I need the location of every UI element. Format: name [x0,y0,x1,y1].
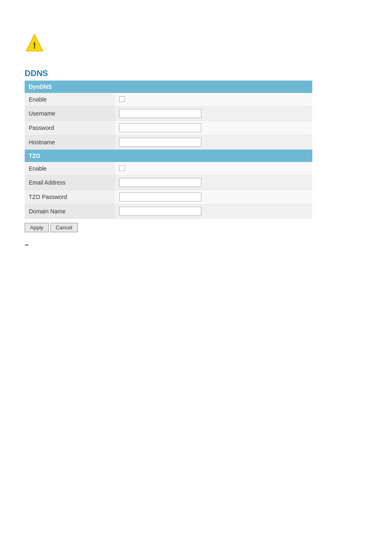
tzo-enable-label: Enable [25,162,115,176]
dyndns-hostname-label: Hostname [25,135,115,150]
tzo-enable-checkbox[interactable] [119,165,125,171]
dash-separator: – [25,240,312,249]
dyndns-username-label: Username [25,106,115,121]
dyndns-enable-checkbox[interactable] [119,96,125,102]
tzo-password-value [115,190,312,204]
dyndns-password-label: Password [25,121,115,135]
dyndns-password-row: Password [25,121,312,135]
ddns-table: DynDNS Enable Username Password Hostname [25,81,312,219]
tzo-header: TZO [25,150,312,162]
dyndns-header: DynDNS [25,81,312,93]
tzo-enable-value [115,162,312,176]
dyndns-enable-label: Enable [25,93,115,106]
warning-icon: ! [25,33,367,56]
cancel-button[interactable]: Cancel [51,223,78,232]
dyndns-hostname-row: Hostname [25,135,312,150]
dyndns-enable-row: Enable [25,93,312,106]
tzo-enable-row: Enable [25,162,312,176]
tzo-password-label: TZO Password [25,190,115,204]
dyndns-enable-value [115,93,312,106]
tzo-domain-value [115,204,312,219]
dyndns-hostname-value [115,135,312,150]
ddns-title: DDNS [25,69,312,81]
tzo-email-value [115,176,312,190]
svg-text:!: ! [33,40,36,51]
ddns-container: DDNS DynDNS Enable Username Password [25,69,312,249]
dyndns-username-row: Username [25,106,312,121]
dyndns-password-input[interactable] [119,123,201,132]
dyndns-password-value [115,121,312,135]
tzo-password-input[interactable] [119,192,201,201]
tzo-domain-row: Domain Name [25,204,312,219]
dyndns-username-input[interactable] [119,109,201,118]
tzo-email-row: Email Address [25,176,312,190]
tzo-domain-label: Domain Name [25,204,115,219]
tzo-email-input[interactable] [119,178,201,187]
tzo-password-row: TZO Password [25,190,312,204]
apply-button[interactable]: Apply [25,223,49,232]
dyndns-header-row: DynDNS [25,81,312,93]
button-row: Apply Cancel [25,223,312,232]
tzo-header-row: TZO [25,150,312,162]
tzo-email-label: Email Address [25,176,115,190]
dyndns-hostname-input[interactable] [119,138,201,147]
dyndns-username-value [115,106,312,121]
tzo-domain-input[interactable] [119,207,201,216]
